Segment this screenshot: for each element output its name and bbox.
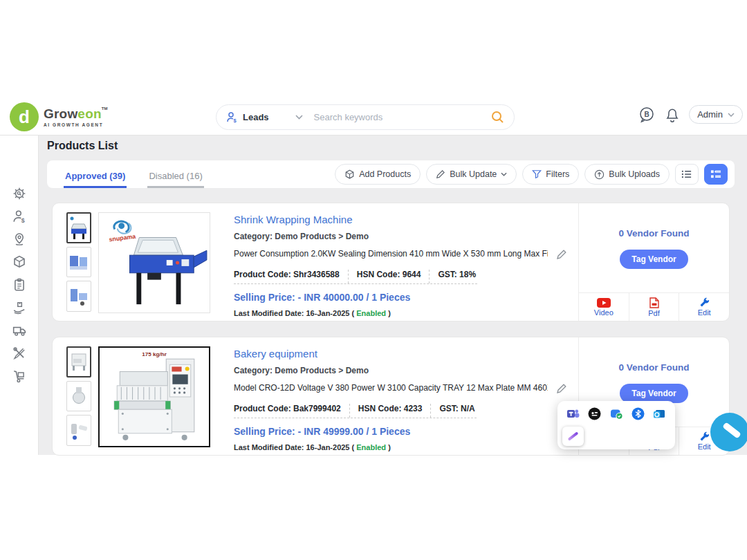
product-codes: Product Code: Shr3436588 HSN Code: 9644 … — [234, 270, 477, 284]
list-view-toggle[interactable] — [675, 164, 699, 185]
svg-text:$: $ — [234, 118, 237, 123]
product-code-badge: Product Code: Shr3436588 — [234, 270, 349, 283]
funnel-icon — [532, 169, 542, 179]
product-category: Category: Demo Products > Demo — [234, 366, 548, 375]
chevron-down-icon[interactable] — [295, 115, 303, 120]
lead-dollar-icon[interactable]: $ — [12, 209, 26, 223]
search-input[interactable] — [314, 112, 491, 122]
grid-view-icon — [710, 169, 721, 179]
location-pin-icon[interactable] — [12, 232, 26, 246]
product-description: Power Consumption 2.0KW Sealing Dimensio… — [234, 249, 548, 259]
brand-name: GroweonTM — [44, 106, 108, 122]
left-sidebar: $ — [0, 136, 39, 455]
status-badge: Enabled — [356, 443, 386, 451]
product-thumbnail[interactable] — [66, 247, 91, 278]
edit-description-icon[interactable] — [556, 249, 567, 263]
video-action[interactable]: Video — [579, 293, 629, 321]
search-icon[interactable] — [491, 111, 504, 124]
bluetooth-icon[interactable] — [631, 407, 645, 420]
settings-search-icon[interactable] — [12, 187, 26, 200]
status-badge: Enabled — [356, 309, 386, 317]
product-thumbnail[interactable] — [66, 346, 91, 377]
tag-vendor-button[interactable]: Tag Vendor — [620, 384, 688, 403]
product-thumbnail[interactable] — [66, 381, 91, 412]
youtube-icon — [597, 298, 611, 308]
cube-icon — [344, 169, 355, 180]
pdf-icon — [649, 297, 659, 308]
thumbnail-strip — [66, 212, 93, 312]
svg-text:175 kg/hr: 175 kg/hr — [142, 351, 167, 357]
outlook-icon[interactable] — [653, 407, 666, 420]
cart-icon[interactable] — [12, 369, 26, 383]
selling-price: Selling Price: - INR 49999.00 / 1 Pieces — [234, 426, 548, 437]
filters-button[interactable]: Filters — [522, 164, 579, 185]
product-image[interactable]: 175 kg/hr — [98, 346, 210, 447]
brand-tagline: AI GROWTH AGENT — [44, 122, 108, 127]
upload-icon — [594, 169, 605, 180]
thumbnail-strip — [66, 346, 93, 446]
bulk-update-button[interactable]: Bulk Update — [426, 164, 517, 185]
clipboard-list-icon[interactable] — [12, 278, 26, 292]
selling-price: Selling Price: - INR 40000.00 / 1 Pieces — [234, 292, 548, 303]
tools-icon[interactable] — [12, 346, 26, 360]
top-header: d GroweonTM AI GROWTH AGENT $ Leads B Ad… — [0, 99, 747, 136]
tab-approved[interactable]: Approved (39) — [64, 164, 127, 188]
last-modified: Last Modified Date: 16-Jan-2025 ( Enable… — [234, 443, 548, 451]
teams-icon[interactable] — [566, 407, 580, 420]
product-image[interactable]: snupama — [98, 212, 210, 313]
dark-app-icon[interactable] — [588, 407, 601, 420]
snupama-logo-icon: snupama — [109, 221, 136, 243]
global-search-bar: $ Leads — [216, 104, 515, 130]
pencil-icon — [436, 169, 445, 179]
product-title-link[interactable]: Shrink Wrapping Machine — [234, 214, 548, 225]
app-window: d GroweonTM AI GROWTH AGENT $ Leads B Ad… — [0, 0, 747, 560]
vendor-panel: 0 Vendor Found Tag Vendor Video Pdf Edit — [578, 203, 729, 321]
page-title: Products List — [47, 140, 118, 152]
caret-down-icon — [501, 172, 507, 176]
products-cube-icon[interactable] — [12, 255, 26, 269]
gst-badge: GST: N/A — [439, 404, 476, 418]
lead-person-icon: $ — [226, 111, 238, 123]
products-toolbar: Approved (39) Disabled (16) Add Products… — [47, 160, 735, 188]
vendor-count: 0 Vendor Found — [579, 362, 729, 373]
tab-disabled[interactable]: Disabled (16) — [147, 164, 203, 188]
brand-logo: d GroweonTM AI GROWTH AGENT — [10, 102, 108, 131]
admin-menu[interactable]: Admin — [689, 105, 743, 124]
product-thumbnail[interactable] — [66, 415, 91, 446]
shield-check-icon[interactable] — [610, 407, 623, 420]
product-code-badge: Product Code: Bak7999402 — [234, 404, 350, 418]
list-view-icon — [681, 169, 692, 179]
hsn-code-badge: HSN Code: 4233 — [358, 404, 432, 418]
product-thumbnail[interactable] — [66, 212, 91, 243]
search-entity-selector[interactable]: $ Leads — [226, 111, 269, 123]
logo-mark-icon: d — [10, 102, 39, 131]
bulk-uploads-button[interactable]: Bulk Uploads — [584, 164, 670, 185]
notifications-bell-icon[interactable] — [665, 106, 680, 123]
last-modified: Last Modified Date: 16-Jan-2025 ( Enable… — [234, 309, 548, 317]
search-entity-label: Leads — [243, 112, 269, 122]
pdf-action[interactable]: Pdf — [629, 293, 679, 321]
product-category: Category: Demo Products > Demo — [234, 232, 548, 241]
product-thumbnail[interactable] — [66, 281, 91, 312]
bot-chat-icon[interactable]: B — [638, 106, 656, 124]
wrench-icon — [699, 297, 710, 308]
extensions-popup — [557, 401, 675, 449]
product-title-link[interactable]: Bakery equipment — [234, 348, 548, 360]
hand-parcel-icon[interactable] — [12, 301, 26, 315]
add-products-button[interactable]: Add Products — [335, 164, 421, 185]
svg-text:snupama: snupama — [109, 233, 136, 243]
svg-text:B: B — [645, 111, 649, 118]
hsn-code-badge: HSN Code: 9644 — [357, 270, 430, 283]
edit-description-icon[interactable] — [556, 383, 567, 397]
pen-tool-icon[interactable] — [562, 427, 584, 446]
product-codes: Product Code: Bak7999402 HSN Code: 4233 … — [234, 404, 477, 418]
truck-icon[interactable] — [12, 324, 26, 337]
admin-label: Admin — [697, 109, 723, 120]
vendor-count: 0 Vendor Found — [579, 228, 729, 239]
chat-widget-button[interactable] — [710, 413, 747, 451]
grid-view-toggle[interactable] — [704, 164, 728, 185]
wrench-icon — [699, 431, 710, 442]
product-card: snupama Shrink Wrapping Machine Category… — [52, 203, 730, 321]
tag-vendor-button[interactable]: Tag Vendor — [620, 250, 688, 269]
edit-action[interactable]: Edit — [679, 293, 729, 321]
